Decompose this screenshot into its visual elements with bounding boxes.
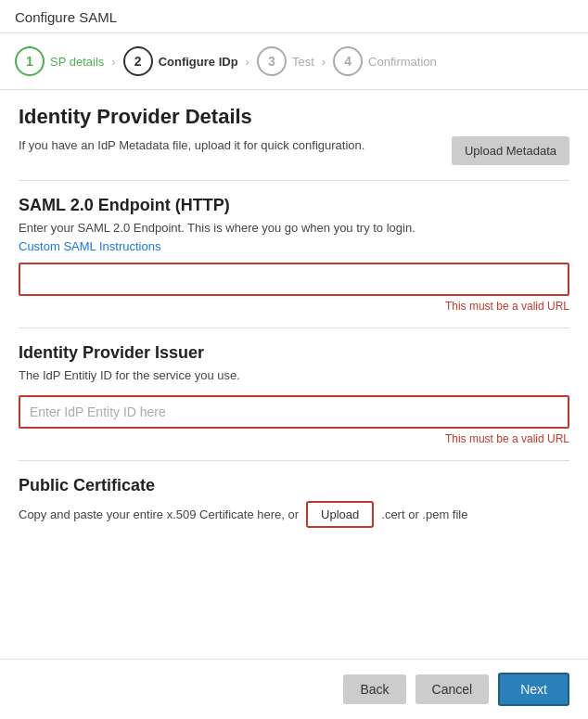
saml-endpoint-input[interactable] [19, 263, 569, 296]
main-content: Identity Provider Details If you have an… [0, 90, 588, 617]
back-button[interactable]: Back [343, 674, 405, 704]
step-2-label: Configure IDp [159, 55, 238, 69]
cert-desc-after: .cert or .pem file [381, 507, 467, 521]
page-title: Configure SAML [15, 9, 117, 25]
step-1[interactable]: 1 SP details [15, 46, 104, 76]
idp-entity-id-input[interactable] [19, 395, 569, 429]
idp-issuer-section: Identity Provider Issuer The IdP Entitiy… [19, 343, 569, 445]
cert-desc-before: Copy and paste your entire x.509 Certifi… [19, 507, 299, 521]
step-arrow-3: › [322, 55, 326, 69]
saml-endpoint-desc: Enter your SAML 2.0 Endpoint. This is wh… [19, 221, 569, 235]
idp-details-section: Identity Provider Details If you have an… [19, 105, 569, 165]
step-4-label: Confirmation [368, 55, 437, 69]
next-button[interactable]: Next [498, 673, 569, 706]
upload-cert-button[interactable]: Upload [306, 501, 374, 528]
step-2-circle: 2 [123, 46, 153, 76]
step-3-circle: 3 [257, 46, 287, 76]
title-bar: Configure SAML [0, 0, 588, 33]
step-4-circle: 4 [333, 46, 363, 76]
public-cert-title: Public Certificate [19, 476, 569, 495]
divider-3 [19, 460, 569, 461]
idp-details-title: Identity Provider Details [19, 105, 569, 129]
step-1-label: SP details [50, 55, 104, 69]
footer-buttons: Back Cancel Next [0, 659, 588, 719]
cert-upload-row: Copy and paste your entire x.509 Certifi… [19, 501, 569, 528]
step-3-label: Test [292, 55, 314, 69]
public-cert-section: Public Certificate Copy and paste your e… [19, 476, 569, 528]
step-2[interactable]: 2 Configure IDp [123, 46, 238, 76]
step-3[interactable]: 3 Test [257, 46, 314, 76]
idp-issuer-validation: This must be a valid URL [19, 432, 569, 445]
upload-metadata-button[interactable]: Upload Metadata [452, 136, 569, 165]
divider-1 [19, 180, 569, 181]
saml-endpoint-section: SAML 2.0 Endpoint (HTTP) Enter your SAML… [19, 196, 569, 313]
idp-issuer-desc: The IdP Entitiy ID for the service you u… [19, 368, 569, 382]
step-arrow-1: › [111, 55, 115, 69]
upload-meta-row: If you have an IdP Metadata file, upload… [19, 136, 569, 165]
idp-upload-desc: If you have an IdP Metadata file, upload… [19, 136, 364, 155]
saml-endpoint-title: SAML 2.0 Endpoint (HTTP) [19, 196, 569, 215]
stepper: 1 SP details › 2 Configure IDp › 3 Test … [0, 33, 588, 90]
custom-saml-link[interactable]: Custom SAML Instructions [19, 239, 160, 253]
step-1-circle: 1 [15, 46, 45, 76]
step-arrow-2: › [246, 55, 249, 69]
idp-issuer-title: Identity Provider Issuer [19, 343, 569, 363]
step-4[interactable]: 4 Confirmation [333, 46, 437, 76]
saml-endpoint-validation: This must be a valid URL [19, 300, 569, 313]
cancel-button[interactable]: Cancel [415, 674, 490, 704]
divider-2 [19, 327, 569, 328]
